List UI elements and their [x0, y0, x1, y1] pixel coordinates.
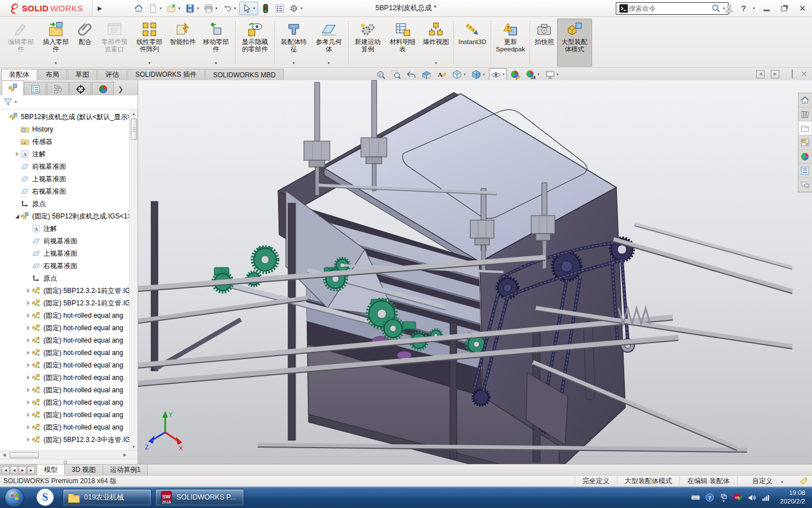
tree-vertical-scrollbar[interactable]: ▲ ▼ — [129, 110, 138, 450]
open-document-button[interactable]: ▼ — [165, 2, 183, 15]
ribbon-button-snapshot[interactable]: 拍快照 — [532, 19, 557, 67]
tree-expander[interactable] — [14, 213, 20, 220]
ribbon-button-insert-component[interactable]: 插入零部件▼ — [38, 19, 73, 67]
tree-row[interactable]: (固定) hot-rolled equal ang — [0, 409, 138, 421]
ribbon-button-instant3d[interactable]: Instant3D — [456, 19, 489, 67]
start-button[interactable] — [5, 488, 24, 507]
scroll-right-arrow[interactable]: ▶ — [121, 451, 129, 459]
filter-icon[interactable] — [3, 97, 13, 107]
select-tool-button[interactable]: ▼ — [239, 2, 258, 15]
tree-row[interactable]: (固定) hot-rolled equal ang — [0, 421, 138, 433]
tree-row[interactable]: (固定) 5BP12剥皮机总成.IGS<1> — [0, 210, 138, 222]
tree-expander[interactable] — [25, 325, 32, 331]
command-tab-布局[interactable]: 布局 — [38, 69, 67, 80]
taskpane-forum-button[interactable] — [798, 178, 811, 192]
ribbon-button-reference-geometry[interactable]: 参考几何体▼ — [311, 19, 346, 67]
dropdown-caret[interactable]: ▼ — [463, 73, 466, 76]
tree-row[interactable]: (固定) hot-rolled equal ang — [0, 396, 138, 409]
bottom-tab-运动算例1[interactable]: 运动算例1 — [103, 465, 148, 475]
ribbon-button-speedpak[interactable]: 更新Speedpak — [493, 19, 528, 67]
panel-splitter[interactable] — [0, 459, 138, 464]
tree-row[interactable]: (固定) 5BP12.3.2-1前立管.IG — [0, 284, 138, 297]
dropdown-caret[interactable]: ▼ — [434, 61, 438, 65]
tree-expander[interactable] — [25, 411, 32, 418]
tree-expander[interactable] — [25, 312, 32, 319]
status-tag-icon[interactable] — [795, 477, 812, 485]
tab-property-manager[interactable] — [24, 82, 46, 95]
window-close-button[interactable]: ✕ — [795, 2, 810, 15]
ribbon-button-smart-fasteners[interactable]: 智能扣件 — [167, 19, 198, 67]
tree-row[interactable]: 前视基准面 — [0, 235, 138, 247]
tree-row[interactable]: (固定) 5BP12.3.2-3中连管.IG — [0, 433, 138, 446]
network-icon[interactable] — [761, 493, 771, 502]
tab-feature-manager[interactable] — [2, 80, 24, 95]
ribbon-button-large-assembly[interactable]: 大型装配体模式 — [557, 19, 592, 67]
tree-row[interactable]: (固定) hot-rolled equal ang — [0, 322, 138, 334]
dropdown-caret[interactable]: ▼ — [54, 61, 58, 65]
hud-zoom-fit-button[interactable] — [374, 68, 387, 81]
tree-expander[interactable] — [25, 287, 32, 294]
hud-view-settings-button[interactable]: ▼ — [544, 68, 561, 81]
dropdown-caret[interactable]: ▼ — [502, 73, 505, 76]
search-input[interactable] — [629, 5, 711, 12]
tree-row[interactable]: A注解 — [0, 222, 138, 235]
tree-row[interactable]: (固定) hot-rolled equal ang — [0, 359, 138, 371]
dropdown-caret[interactable]: ▼ — [292, 61, 295, 65]
tree-expander[interactable] — [25, 362, 32, 369]
ribbon-button-move-component[interactable]: 移动零部件▼ — [198, 19, 233, 67]
command-tab-装配体[interactable]: 装配体 — [1, 69, 37, 80]
taskbar-app-folder-yellow[interactable]: 019农业机械 — [63, 489, 152, 506]
search-icon[interactable] — [711, 3, 721, 14]
ribbon-button-assembly-features[interactable]: 装配体特征▼ — [276, 19, 311, 67]
ribbon-button-linear-pattern[interactable]: 线性零部件阵列▼ — [132, 19, 167, 67]
solidworks-monitor-icon[interactable]: sw — [733, 493, 743, 502]
volume-icon[interactable] — [747, 493, 757, 502]
next-document-button[interactable]: ▶ — [771, 70, 779, 78]
command-tab-solidworks-mbd[interactable]: SOLIDWORKS MBD — [205, 69, 284, 80]
tree-expander[interactable] — [25, 337, 32, 344]
undo-button[interactable]: ▼ — [220, 2, 239, 15]
tree-row[interactable]: (固定) hot-rolled equal ang — [0, 309, 138, 322]
scroll-left-arrow[interactable]: ◀ — [0, 451, 8, 459]
tab-dimxpert-manager[interactable] — [69, 82, 91, 95]
tree-row[interactable]: A注解 — [0, 148, 138, 160]
login-user-button[interactable] — [722, 2, 736, 15]
status-customize[interactable]: 自定义▲ — [737, 476, 795, 487]
tree-row[interactable]: 上视基准面 — [0, 247, 138, 260]
next-tab-button[interactable]: ▶ — [19, 466, 27, 474]
last-tab-button[interactable]: ▶ — [27, 466, 35, 474]
tree-expander[interactable] — [25, 349, 32, 356]
previous-document-button[interactable]: ◀ — [756, 70, 765, 78]
prev-tab-button[interactable]: ◀ — [10, 466, 18, 474]
filter-dropdown-caret[interactable]: ▼ — [14, 100, 17, 104]
tree-row[interactable]: 前视基准面 — [0, 160, 138, 173]
scroll-down-arrow[interactable]: ▼ — [130, 443, 138, 450]
tree-row[interactable]: 右视基准面 — [0, 185, 138, 198]
print-button[interactable]: ▼ — [202, 2, 220, 15]
tab-configuration-manager[interactable] — [47, 82, 69, 95]
command-search-box[interactable]: ▼ — [616, 2, 729, 15]
dropdown-caret[interactable]: ▼ — [148, 61, 151, 65]
hud-display-style-button[interactable]: ▼ — [470, 68, 487, 81]
taskpane-view-palette-button[interactable] — [798, 135, 811, 150]
tree-row[interactable]: (固定) hot-rolled equal ang — [0, 347, 138, 359]
dropdown-caret[interactable]: ▼ — [537, 73, 540, 76]
hud-hide-show-items-button[interactable]: ▼ — [489, 68, 507, 81]
tree-expander[interactable] — [25, 436, 32, 443]
help-dropdown-caret[interactable]: ▼ — [752, 7, 756, 10]
scroll-thumb[interactable] — [131, 119, 137, 140]
rebuild-button[interactable] — [259, 2, 272, 15]
hscroll-thumb[interactable] — [10, 452, 39, 458]
command-tab-solidworks-插件[interactable]: SOLIDWORKS 插件 — [127, 69, 205, 80]
hud-annotation-visibility-button[interactable]: A — [435, 68, 448, 81]
first-tab-button[interactable]: ◀ — [2, 466, 10, 474]
tree-expander[interactable] — [25, 387, 32, 393]
tree-expander[interactable] — [25, 374, 32, 381]
hud-zoom-area-button[interactable] — [390, 68, 403, 81]
bottom-tab-模型[interactable]: 模型 — [37, 465, 65, 475]
ribbon-button-exploded-view[interactable]: 爆炸视图▼ — [420, 19, 452, 67]
tree-expander[interactable] — [25, 424, 32, 431]
model-3d-scene[interactable] — [138, 80, 812, 464]
tree-row[interactable]: 原点 — [0, 272, 138, 284]
taskpane-home-button[interactable] — [798, 93, 811, 107]
